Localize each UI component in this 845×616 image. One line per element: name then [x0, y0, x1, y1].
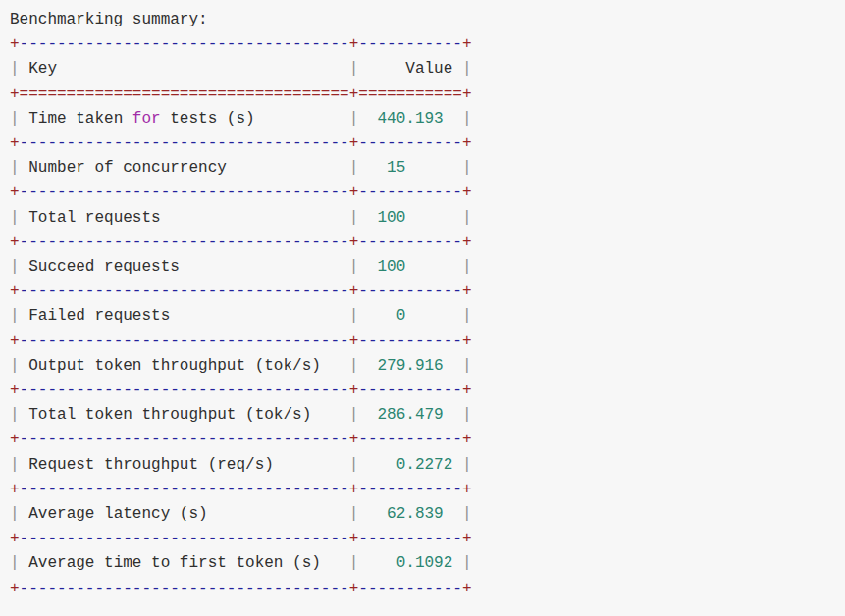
table-row: | Time taken for tests (s) | 440.193 |: [10, 110, 472, 128]
table-header-row: | Key | Value |: [10, 60, 472, 77]
table-border: +-----------------------------------+---…: [10, 580, 472, 597]
table-row: | Failed requests | 0 |: [10, 307, 472, 325]
table-border: +-----------------------------------+---…: [10, 333, 472, 350]
table-border: +-----------------------------------+---…: [10, 35, 472, 53]
table-row: | Request throughput (req/s) | 0.2272 |: [10, 456, 472, 474]
table-border: +-----------------------------------+---…: [10, 233, 472, 251]
table-row: | Total requests | 100 |: [10, 209, 472, 227]
table-row: | Total token throughput (tok/s) | 286.4…: [10, 406, 472, 424]
table-border: +-----------------------------------+---…: [10, 282, 472, 300]
table-border: +===================================+===…: [10, 85, 472, 103]
table-row: | Number of concurrency | 15 |: [10, 159, 472, 177]
table-border: +-----------------------------------+---…: [10, 530, 472, 547]
table-border: +-----------------------------------+---…: [10, 134, 472, 152]
table-border: +-----------------------------------+---…: [10, 382, 472, 399]
table-row: | Average time to first token (s) | 0.10…: [10, 554, 472, 572]
benchmark-table: +-----------------------------------+---…: [10, 35, 472, 596]
table-row: | Output token throughput (tok/s) | 279.…: [10, 357, 472, 375]
table-border: +-----------------------------------+---…: [10, 431, 472, 448]
benchmark-output: Benchmarking summary: +-----------------…: [0, 0, 845, 601]
summary-title: Benchmarking summary:: [10, 11, 208, 28]
table-border: +-----------------------------------+---…: [10, 481, 472, 498]
table-border: +-----------------------------------+---…: [10, 183, 472, 201]
table-row: | Average latency (s) | 62.839 |: [10, 505, 472, 523]
table-row: | Succeed requests | 100 |: [10, 258, 472, 276]
